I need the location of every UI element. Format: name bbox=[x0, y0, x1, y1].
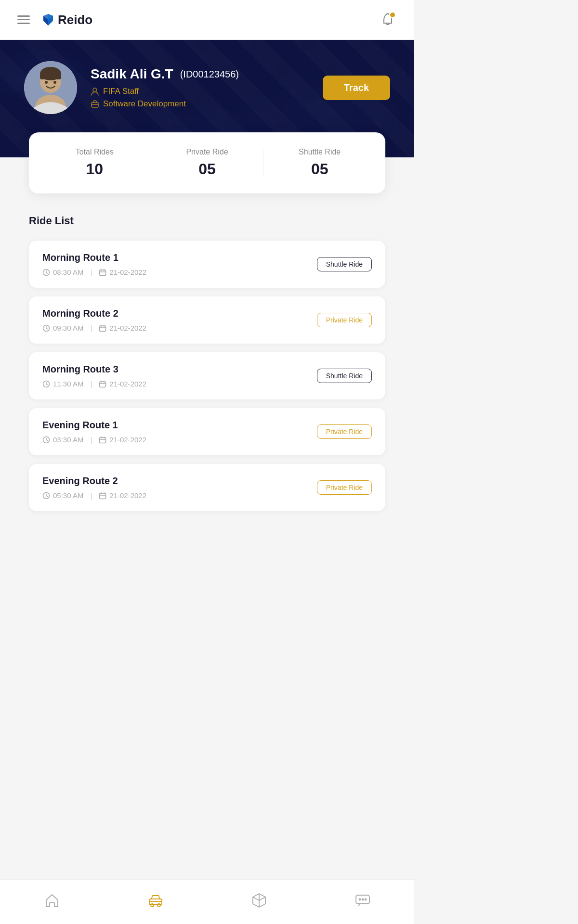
profile-department: Software Development bbox=[103, 99, 186, 109]
ride-meta: 03:30 AM | 21-02-2022 bbox=[42, 436, 146, 444]
ride-meta-sep: | bbox=[90, 436, 92, 444]
clock-icon bbox=[42, 269, 50, 276]
clock-icon bbox=[42, 380, 50, 388]
calendar-icon bbox=[99, 324, 106, 332]
profile-info: Sadik Ali G.T (ID00123456) FIFA Staff bbox=[91, 66, 309, 109]
section-title: Ride List bbox=[29, 215, 385, 227]
nav-home[interactable] bbox=[38, 888, 66, 912]
box-icon bbox=[251, 892, 267, 909]
ride-meta-sep: | bbox=[90, 268, 92, 276]
ride-time: 08:30 AM bbox=[42, 268, 83, 276]
ride-badge[interactable]: Private Ride bbox=[317, 313, 372, 327]
profile-role: FIFA Staff bbox=[103, 87, 139, 96]
ride-date-text: 21-02-2022 bbox=[109, 380, 146, 388]
ride-meta-sep: | bbox=[90, 380, 92, 388]
ride-card[interactable]: Morning Route 2 09:30 AM | bbox=[29, 296, 385, 344]
ride-badge[interactable]: Shuttle Ride bbox=[317, 369, 372, 383]
svg-rect-4 bbox=[40, 74, 61, 79]
ride-time: 03:30 AM bbox=[42, 436, 83, 444]
ride-meta: 09:30 AM | 21-02-2022 bbox=[42, 324, 146, 332]
ride-date: 21-02-2022 bbox=[99, 324, 146, 332]
shuttle-ride-stat: Shuttle Ride 05 bbox=[263, 148, 376, 178]
profile-dept-item: Software Development bbox=[91, 99, 309, 109]
ride-date-text: 21-02-2022 bbox=[109, 436, 146, 444]
svg-rect-8 bbox=[92, 103, 98, 107]
ride-time-text: 03:30 AM bbox=[53, 436, 83, 444]
nav-box[interactable] bbox=[245, 888, 274, 912]
svg-point-6 bbox=[53, 81, 56, 84]
ride-badge[interactable]: Shuttle Ride bbox=[317, 257, 372, 271]
svg-point-21 bbox=[158, 904, 160, 907]
svg-point-7 bbox=[93, 88, 97, 92]
ride-badge[interactable]: Private Ride bbox=[317, 424, 372, 439]
private-ride-stat: Private Ride 05 bbox=[151, 148, 263, 178]
svg-point-5 bbox=[45, 81, 48, 84]
ride-date-text: 21-02-2022 bbox=[109, 324, 146, 332]
ride-date: 21-02-2022 bbox=[99, 491, 146, 500]
ride-card-info: Morning Route 3 11:30 AM | bbox=[42, 364, 146, 388]
profile-role-item: FIFA Staff bbox=[91, 87, 309, 96]
profile-meta: FIFA Staff Software Development bbox=[91, 87, 309, 109]
clock-icon bbox=[42, 324, 50, 332]
ride-name: Morning Route 1 bbox=[42, 252, 146, 263]
avatar bbox=[24, 61, 77, 114]
ride-meta: 11:30 AM | 21-02-2022 bbox=[42, 380, 146, 388]
shuttle-ride-value: 05 bbox=[263, 160, 376, 178]
notification-button[interactable] bbox=[379, 11, 397, 29]
svg-rect-18 bbox=[100, 493, 106, 499]
ride-badge[interactable]: Private Ride bbox=[317, 480, 372, 495]
hamburger-menu[interactable] bbox=[17, 15, 30, 24]
ride-time-text: 09:30 AM bbox=[53, 324, 83, 332]
svg-point-23 bbox=[359, 899, 360, 900]
nav-car[interactable] bbox=[141, 888, 170, 912]
ride-card[interactable]: Evening Route 1 03:30 AM | bbox=[29, 408, 385, 455]
ride-card-info: Morning Route 2 09:30 AM | bbox=[42, 308, 146, 332]
profile-name: Sadik Ali G.T (ID00123456) bbox=[91, 66, 309, 82]
ride-name: Evening Route 1 bbox=[42, 420, 146, 431]
clock-icon bbox=[42, 436, 50, 444]
bottom-nav bbox=[0, 879, 414, 924]
person-icon bbox=[91, 87, 99, 96]
chat-icon bbox=[355, 892, 371, 909]
calendar-icon bbox=[99, 269, 106, 276]
calendar-icon bbox=[99, 436, 106, 444]
ride-date-text: 21-02-2022 bbox=[109, 491, 146, 500]
ride-card-info: Morning Route 1 08:30 AM | bbox=[42, 252, 146, 276]
svg-rect-10 bbox=[100, 270, 106, 276]
ride-name: Morning Route 2 bbox=[42, 308, 146, 319]
svg-rect-16 bbox=[100, 437, 106, 443]
calendar-icon bbox=[99, 380, 106, 388]
ride-card[interactable]: Morning Route 1 08:30 AM | bbox=[29, 241, 385, 288]
ride-date-text: 21-02-2022 bbox=[109, 268, 146, 276]
total-rides-value: 10 bbox=[39, 160, 151, 178]
ride-card[interactable]: Morning Route 3 11:30 AM | bbox=[29, 352, 385, 399]
avatar-image bbox=[24, 61, 77, 114]
ride-time: 05:30 AM bbox=[42, 491, 83, 500]
app-logo: Reido bbox=[41, 13, 92, 27]
private-ride-value: 05 bbox=[151, 160, 263, 178]
svg-point-20 bbox=[151, 904, 154, 907]
ride-meta-sep: | bbox=[90, 491, 92, 500]
shuttle-ride-label: Shuttle Ride bbox=[263, 148, 376, 156]
ride-meta-sep: | bbox=[90, 324, 92, 332]
ride-date: 21-02-2022 bbox=[99, 380, 146, 388]
ride-card[interactable]: Evening Route 2 05:30 AM | bbox=[29, 464, 385, 511]
total-rides-label: Total Rides bbox=[39, 148, 151, 156]
ride-date: 21-02-2022 bbox=[99, 436, 146, 444]
private-ride-label: Private Ride bbox=[151, 148, 263, 156]
ride-time: 11:30 AM bbox=[42, 380, 83, 388]
total-rides-stat: Total Rides 10 bbox=[39, 148, 151, 178]
ride-cards-container: Morning Route 1 08:30 AM | bbox=[29, 241, 385, 511]
ride-date: 21-02-2022 bbox=[99, 268, 146, 276]
ride-card-info: Evening Route 2 05:30 AM | bbox=[42, 475, 146, 500]
ride-time-text: 11:30 AM bbox=[53, 380, 83, 388]
logo-icon bbox=[41, 13, 55, 26]
profile-content: Sadik Ali G.T (ID00123456) FIFA Staff bbox=[24, 61, 390, 114]
ride-time: 09:30 AM bbox=[42, 324, 83, 332]
svg-rect-14 bbox=[100, 382, 106, 387]
car-icon bbox=[147, 892, 164, 909]
nav-chat[interactable] bbox=[348, 888, 377, 912]
track-button[interactable]: Track bbox=[323, 76, 390, 100]
app-header: Reido bbox=[0, 0, 414, 40]
ride-list-section: Ride List Morning Route 1 08:30 AM | bbox=[0, 193, 414, 578]
